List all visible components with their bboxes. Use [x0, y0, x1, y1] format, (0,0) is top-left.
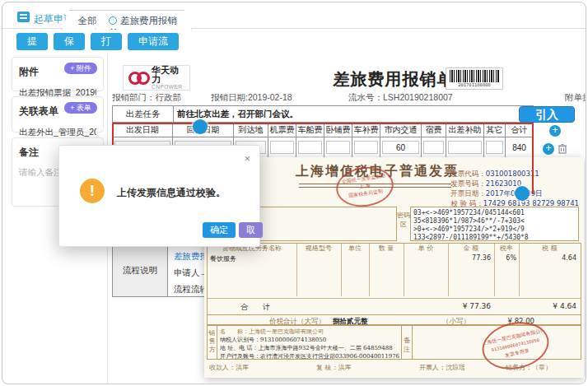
invoice-seller-section: 销售方 名 称：上海统一星巴克咖啡有限公司 纳税人识别号：91310000607…	[207, 325, 581, 360]
invoice-total-row: 合 计 ¥ 77.36 ¥ 4.64	[208, 298, 581, 314]
tab-travel-expense[interactable]: 差旅费用报销单×	[95, 10, 192, 30]
print-button[interactable]: 打印	[91, 33, 122, 50]
task-label: 出差任务	[113, 106, 174, 122]
seller-side-label: 销售方	[207, 325, 217, 360]
drawer: 开票人：沈琼瑶	[419, 363, 465, 372]
company-logo: 华天动力 CNPOWER	[123, 65, 190, 91]
invoice-item-name: 餐饮服务	[210, 254, 236, 263]
save-button[interactable]: 保存	[54, 33, 85, 50]
invoice-remark-label: 备注	[402, 325, 413, 360]
task-value[interactable]: 前往北京出差，召开部门会议。	[174, 106, 533, 122]
add-row-icon[interactable]: +	[549, 125, 561, 137]
invoice-password-zone: 密码区 03+<->469*1957234/045144<601 35<8183…	[209, 207, 579, 241]
col-total: 合计	[506, 123, 534, 137]
reviewer: 复 核：洪厍	[316, 363, 352, 372]
col-boat: 车船费	[296, 123, 324, 137]
related-form-card: 关联表单 + 表单 出差外出_管理员_2019...	[12, 96, 104, 133]
row-total: 840	[506, 137, 534, 159]
col-depart-date: 出发日期	[112, 123, 173, 137]
cell-input[interactable]	[354, 141, 378, 154]
cell-input[interactable]	[298, 141, 322, 154]
delete-row-icon[interactable]	[558, 143, 567, 154]
draft-form-icon	[17, 12, 30, 22]
cell-input[interactable]	[486, 141, 503, 154]
invoice-total-tax: ¥ 4.64	[519, 302, 576, 310]
seller-info: 名 称：上海统一星巴克咖啡有限公司 纳税人识别号：913100006074138…	[217, 325, 402, 360]
attachment-card: 附件 + 附件 出差报销票据_20190219.j...	[12, 57, 104, 91]
serial-field: 流水号：LSH20190218007	[348, 92, 453, 104]
payee: 收款人：洪厍	[209, 363, 249, 372]
seller-taxid: 纳税人识别号：913100006074138050	[220, 337, 326, 343]
confirm-button[interactable]: 确定	[203, 222, 236, 238]
warning-icon: !	[80, 179, 105, 203]
col-other: 其它	[484, 123, 506, 137]
col-car-allowance: 车补费	[352, 123, 380, 137]
invoice-number: 21623010	[486, 179, 521, 188]
seller-addr: 地 址、电 话：上海市淮海中路932号金叶大楼一、二层 64859488	[220, 345, 393, 351]
attachment-title: 附件	[19, 65, 39, 79]
invoice-remark-box: 上海统一星巴克咖啡有限公司 913100006074138050 发票专用章	[413, 325, 581, 360]
invoice-info-block: 发票代码：031001800311 发票号码：21623010 开票日期：201…	[450, 169, 579, 208]
related-form-title: 关联表单	[19, 105, 58, 119]
import-button[interactable]: 引入	[519, 106, 575, 123]
cell-input[interactable]	[326, 141, 350, 154]
seller-bank: 开户行及账号：农行漕河泾开发区支行营业部033906-00040011976	[220, 353, 399, 360]
col-airfare: 机票费	[268, 123, 296, 137]
add-row-icon[interactable]: +	[543, 143, 554, 155]
touch-indicator-dot	[515, 186, 530, 201]
touch-indicator-dot	[193, 119, 208, 134]
header-actions: +	[538, 123, 572, 137]
remark-title: 备注	[19, 146, 39, 160]
modal-message: 上传发票信息通过校验。	[117, 186, 226, 200]
barcode-number: 201701180808	[450, 82, 499, 87]
col-travel-subsidy: 出差补助	[446, 123, 484, 137]
col-destination: 到达地	[234, 123, 268, 137]
cell-input[interactable]	[270, 141, 294, 154]
company-name: 华天动力	[152, 66, 186, 84]
invoice-total-amount: ¥ 77.36	[448, 302, 491, 310]
form-icon	[109, 16, 117, 25]
add-form-button[interactable]: + 表单	[64, 102, 97, 114]
company-sub: CNPOWER	[152, 84, 186, 90]
task-row: 出差任务 前往北京出差，召开部门会议。	[112, 105, 534, 123]
password-zone-label: 密码区	[397, 207, 410, 241]
invoice-item-tax: 4.64	[519, 254, 576, 262]
app-window: 起草申请 全部 差旅费用报销单× 提交 保存 打印 申请流程 附件 + 附件 出…	[2, 2, 586, 384]
invoice-item-taxrate: 6%	[494, 254, 516, 262]
password-block: 03+<->469*1957234/045144<601 35<818396*1…	[410, 207, 579, 241]
col-sleeper: 卧铺费	[324, 123, 352, 137]
city-transport-input[interactable]: 60	[382, 141, 419, 154]
validation-modal: × ! 上传发票信息通过校验。 确定 取消	[58, 145, 260, 247]
invoice-code: 031001800311	[486, 170, 539, 178]
invoice-item-amount: 77.36	[448, 254, 491, 262]
cell-input[interactable]	[423, 141, 444, 154]
seller-name: 名 称：上海统一星巴克咖啡有限公司	[220, 328, 324, 335]
related-form-link[interactable]: 出差外出_管理员_2019...	[19, 127, 96, 138]
date-field: 报销日期:2019-02-18	[211, 92, 292, 104]
cell-input[interactable]	[448, 141, 482, 154]
barcode-bars	[450, 70, 499, 82]
row1-actions: +	[538, 138, 572, 159]
flow-label: 流程说明	[113, 244, 168, 296]
attach-label: 附单据	[565, 92, 586, 104]
cnpower-logo-icon	[127, 71, 152, 86]
submit-button[interactable]: 提交	[16, 33, 48, 50]
cancel-button[interactable]: 取消	[239, 222, 263, 238]
apply-flow-button[interactable]: 申请流程	[128, 33, 179, 50]
barcode: 201701180808	[446, 67, 503, 90]
col-city-transport: 市内交通费	[380, 123, 422, 137]
tab-bar: 起草申请 全部 差旅费用报销单×	[2, 7, 586, 29]
invoice-item-table: 货物或应税劳务名称 规格型号 单位 数 量 单 价 金 额 税率 税 额 餐饮服…	[207, 243, 581, 325]
dept-field: 报销部门：行政部	[112, 92, 181, 104]
col-lodging: 宿费	[422, 123, 446, 137]
close-icon[interactable]: ×	[244, 152, 250, 165]
seller-stamp-label: 销售方：（章）	[506, 363, 552, 372]
add-attachment-button[interactable]: + 附件	[64, 63, 97, 74]
expense-table-header: 出发日期 回归日期 到达地 机票费 车船费 卧铺费 车补费 市内交通费 宿费 出…	[112, 123, 534, 137]
